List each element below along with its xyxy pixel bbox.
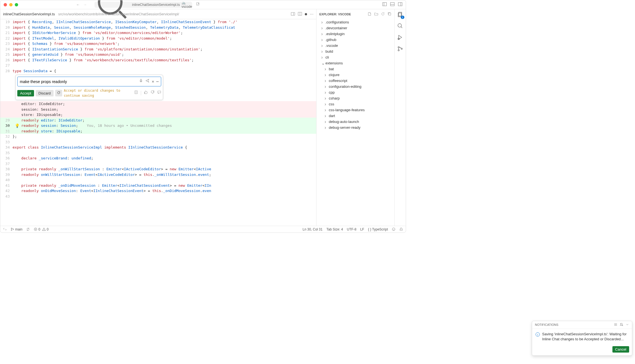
code-line[interactable]: 32}; (0, 134, 316, 139)
command-center[interactable]: inlineChatSessionServiceImpl.ts 🚲vscode (95, 2, 192, 8)
accept-button[interactable]: Accept (17, 90, 34, 96)
code-editor[interactable]: 19import { Recording, IInlineChatSession… (0, 19, 316, 226)
tree-folder[interactable]: debug-auto-launch (317, 119, 394, 125)
notifications-bell-icon[interactable] (399, 227, 403, 231)
new-folder-icon[interactable] (374, 12, 378, 16)
tree-folder[interactable]: csharp (317, 95, 394, 101)
comment-icon[interactable] (157, 90, 161, 96)
code-line[interactable]: 20import { HunkData, Session, SessionWho… (0, 25, 316, 30)
open-external-icon[interactable] (196, 2, 200, 7)
tree-folder[interactable]: build (317, 48, 394, 54)
code-line[interactable]: 35 (0, 150, 316, 156)
feedback-icon[interactable] (392, 227, 395, 231)
tree-folder[interactable]: cli (317, 54, 394, 60)
tree-folder[interactable]: coffeescript (317, 78, 394, 84)
file-tree[interactable]: .configurations.devcontainer.eslintplugi… (317, 19, 394, 226)
tree-folder[interactable]: .eslintplugin (317, 31, 394, 37)
tree-folder[interactable]: debug-server-ready (317, 125, 394, 130)
minimize-window-button[interactable] (9, 3, 13, 6)
tree-folder[interactable]: .github (317, 37, 394, 43)
activity-run-debug-icon[interactable] (397, 34, 403, 41)
nav-forward-button[interactable]: → (83, 3, 87, 7)
tree-folder[interactable]: cpp (317, 89, 394, 95)
activity-source-control-icon[interactable] (397, 46, 403, 53)
rerun-button[interactable] (55, 90, 62, 96)
code-line[interactable]: 40 (0, 177, 316, 183)
code-line[interactable]: 19import { Recording, IInlineChatSession… (0, 19, 316, 25)
tree-folder[interactable]: .vscode (317, 43, 394, 48)
tree-folder[interactable]: extensions (317, 60, 394, 66)
breadcrumb[interactable]: src/vs/workbench/contrib/inlineChat/brow… (58, 12, 179, 16)
tree-folder[interactable]: bat (317, 66, 394, 72)
problems-status[interactable]: 0 0 (34, 227, 49, 231)
diff-added-line[interactable]: 31 readonly store: IDisposable; (0, 128, 316, 134)
toggle-primary-sidebar-icon[interactable] (382, 2, 387, 7)
tree-folder[interactable]: .configurations (317, 19, 394, 25)
activity-search-icon[interactable] (397, 23, 403, 30)
diff-added-line[interactable]: 29 readonly editor: ICodeEditor; (0, 118, 316, 123)
tree-item-label: extensions (325, 61, 343, 65)
maximize-window-button[interactable] (15, 3, 18, 6)
tree-folder[interactable]: clojure (317, 72, 394, 78)
thumbs-up-icon[interactable] (144, 90, 148, 96)
remote-indicator[interactable] (3, 227, 7, 231)
thumbs-down-icon[interactable] (151, 90, 154, 96)
inline-chat-input[interactable] (20, 79, 139, 84)
new-file-icon[interactable] (368, 12, 371, 16)
code-line[interactable]: 34export class InlineChatSessionServiceI… (0, 145, 316, 150)
code-line[interactable]: 27 (0, 63, 316, 68)
close-window-button[interactable] (4, 3, 7, 6)
explorer-title: EXPLORER: VSCODE (319, 13, 351, 16)
diff-added-line[interactable]: 💡30 readonly session: Session; You, 18 h… (0, 123, 316, 128)
code-line[interactable]: 24import { IInstantiationService } from … (0, 47, 316, 52)
send-icon[interactable] (145, 79, 149, 84)
code-line[interactable]: 28type SessionData = { (0, 68, 316, 74)
active-tab-filename[interactable]: inlineChatSessionServiceImpl.ts (3, 12, 55, 16)
diff-icon[interactable] (134, 90, 138, 96)
discard-button[interactable]: Discard (36, 90, 54, 96)
code-line[interactable]: 42 readonly onDidMoveSession: Event<IInl… (0, 188, 316, 194)
code-line[interactable]: 36 declare _serviceBrand: undefined; (0, 156, 316, 161)
toggle-panel-icon[interactable] (390, 2, 395, 7)
code-line[interactable]: 23import { Schemas } from 'vs/base/commo… (0, 41, 316, 47)
tree-folder[interactable]: .devcontainer (317, 25, 394, 31)
tree-folder[interactable]: css (317, 101, 394, 107)
encoding[interactable]: UTF-8 (347, 227, 356, 231)
mic-icon[interactable] (139, 79, 143, 84)
language-mode[interactable]: { } TypeScript (368, 227, 388, 231)
code-line[interactable]: 41 private readonly _onDidMoveSession : … (0, 183, 316, 188)
chevron-icon (322, 61, 324, 65)
code-line[interactable]: 25import { generateUuid } from 'vs/base/… (0, 52, 316, 57)
lightbulb-icon[interactable]: 💡 (15, 123, 20, 129)
refresh-icon[interactable] (381, 12, 385, 16)
toggle-secondary-sidebar-icon[interactable] (398, 2, 402, 7)
more-icon[interactable]: ⋯ (156, 79, 159, 84)
activity-explorer-icon[interactable]: 1 (397, 11, 403, 18)
tree-folder[interactable]: configuration-editing (317, 84, 394, 89)
sync-status[interactable] (26, 227, 30, 231)
nav-back-button[interactable]: ← (76, 3, 80, 7)
code-line[interactable]: 21import { IEditorWorkerService } from '… (0, 30, 316, 36)
code-line[interactable]: 38 private readonly _onWillStartSession … (0, 166, 316, 172)
more-actions-icon[interactable]: ⋯ (310, 12, 313, 16)
compare-icon[interactable] (291, 12, 295, 17)
close-icon[interactable]: ✕ (152, 79, 154, 84)
code-line[interactable]: 26import { ITextFileService } from 'vs/w… (0, 57, 316, 63)
code-line[interactable]: 33 (0, 139, 316, 145)
tree-folder[interactable]: dart (317, 113, 394, 119)
collapse-all-icon[interactable] (388, 12, 392, 16)
code-line[interactable]: 22import { ITextModel, IValidEditOperati… (0, 36, 316, 41)
cursor-position[interactable]: Ln 30, Col 31 (303, 227, 322, 231)
code-line[interactable]: 37 (0, 161, 316, 167)
tree-item-label: bat (329, 67, 334, 71)
chevron-icon (322, 20, 324, 24)
svg-rect-2 (383, 3, 387, 6)
split-editor-icon[interactable] (298, 12, 302, 17)
tab-size[interactable]: Tab Size: 4 (326, 227, 343, 231)
tree-item-label: .devcontainer (325, 26, 347, 30)
eol[interactable]: LF (360, 227, 364, 231)
code-line[interactable]: 43 (0, 194, 316, 199)
branch-status[interactable]: main (11, 227, 22, 231)
tree-folder[interactable]: css-language-features (317, 107, 394, 113)
code-line[interactable]: 39 readonly onWillStartSession: Event<IA… (0, 172, 316, 178)
